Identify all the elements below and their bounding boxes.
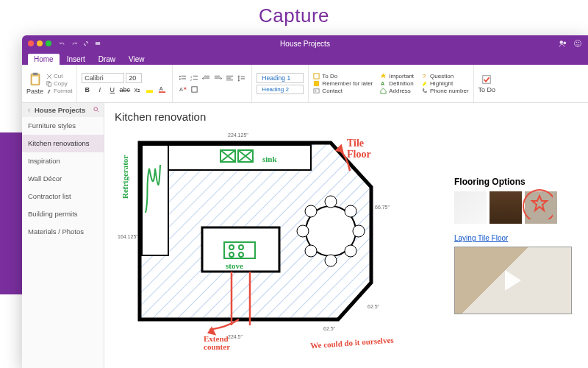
cut-button[interactable]: Cut	[46, 73, 72, 79]
window-controls[interactable]	[28, 40, 51, 46]
maximize-icon[interactable]	[46, 40, 51, 46]
tag-remember[interactable]: Remember for later	[313, 80, 373, 87]
ink-stove: stove	[226, 261, 243, 270]
paragraph-group: 12 A	[173, 65, 252, 102]
clear-formatting-button[interactable]: A	[177, 85, 188, 94]
flooring-swatches	[454, 191, 579, 224]
minimize-icon[interactable]	[37, 40, 43, 46]
numbering-button[interactable]: 12	[189, 74, 200, 83]
page-furniture-styles[interactable]: Furniture styles	[22, 117, 104, 135]
close-icon[interactable]	[28, 40, 34, 46]
scissors-icon	[46, 74, 52, 79]
note-canvas[interactable]: Kitchen renovation	[104, 103, 588, 368]
share-icon[interactable]	[559, 39, 567, 48]
underline-button[interactable]: U	[107, 85, 118, 94]
tag-highlight[interactable]: Highlight	[421, 80, 468, 87]
subscript-button[interactable]: x₂	[132, 85, 143, 94]
flag-icon	[313, 80, 320, 87]
notebook-name[interactable]: House Projects	[35, 106, 93, 114]
svg-rect-30	[241, 78, 245, 79]
svg-point-14	[179, 75, 181, 77]
swatch-wood[interactable]	[490, 191, 522, 224]
tag-question[interactable]: ?Question	[421, 73, 468, 79]
swatch-tile[interactable]	[525, 191, 557, 224]
svg-point-5	[578, 42, 580, 43]
flooring-section: Flooring Options Laying Tile Floor	[454, 177, 579, 314]
heading2-style[interactable]: Heading 2	[257, 85, 304, 94]
italic-button[interactable]: I	[94, 85, 105, 94]
outdent-button[interactable]	[201, 74, 212, 83]
paragraph-spacing-button[interactable]	[236, 74, 247, 83]
quick-access-toolbar	[59, 40, 101, 47]
page-title[interactable]: Kitchen renovation	[115, 110, 578, 123]
page-kitchen-renovations[interactable]: Kitchen renovations	[22, 135, 104, 152]
font-size-combo[interactable]: 20	[126, 73, 142, 83]
tag-important[interactable]: Important	[380, 73, 414, 79]
page-contractor-list[interactable]: Contractor list	[22, 188, 104, 205]
svg-text:A: A	[179, 86, 183, 93]
svg-text:62.5": 62.5"	[323, 326, 336, 331]
svg-rect-32	[192, 86, 197, 91]
chevron-left-icon[interactable]	[26, 107, 32, 113]
video-thumbnail[interactable]	[454, 247, 572, 314]
question-icon: ?	[421, 73, 428, 79]
svg-point-53	[345, 245, 356, 257]
font-color-button[interactable]: A	[157, 85, 168, 94]
tab-draw[interactable]: Draw	[93, 54, 121, 65]
bullets-button[interactable]	[177, 74, 188, 83]
indent-button[interactable]	[212, 74, 223, 83]
house-icon	[380, 88, 387, 94]
swatch-marble[interactable]	[454, 191, 487, 224]
svg-rect-22	[204, 75, 209, 76]
svg-point-38	[315, 91, 317, 92]
strike-button[interactable]: abc	[119, 85, 130, 94]
star-icon	[380, 73, 387, 79]
copy-button[interactable]: Copy	[46, 80, 72, 87]
svg-rect-19	[193, 75, 198, 76]
search-button[interactable]	[93, 106, 99, 114]
sidebar-header: House Projects	[22, 103, 104, 117]
styles-pane-button[interactable]	[189, 85, 200, 94]
svg-point-3	[575, 40, 581, 47]
bold-button[interactable]: B	[82, 85, 93, 94]
svg-rect-26	[226, 75, 233, 76]
tab-home[interactable]: Home	[28, 54, 60, 65]
svg-rect-39	[483, 75, 491, 83]
alignment-button[interactable]	[224, 74, 235, 83]
todo-button[interactable]: To Do	[478, 74, 496, 93]
page-materials-photos[interactable]: Materials / Photos	[22, 223, 104, 241]
svg-rect-10	[48, 82, 51, 86]
svg-point-16	[179, 78, 181, 79]
styles-group: Heading 1 Heading 2	[252, 65, 309, 102]
tag-contact[interactable]: Contact	[313, 88, 373, 94]
smiley-icon[interactable]	[573, 39, 582, 48]
tag-todo[interactable]: To Do	[313, 73, 373, 79]
print-icon[interactable]	[94, 40, 101, 47]
ink-tile-floor: Tile Floor	[347, 138, 384, 160]
redo-icon[interactable]	[71, 40, 78, 47]
tag-address[interactable]: Address	[380, 88, 414, 94]
heading1-style[interactable]: Heading 1	[257, 73, 304, 83]
todo-group: To Do	[474, 65, 501, 102]
svg-rect-28	[226, 79, 233, 80]
svg-rect-27	[226, 77, 231, 78]
page-wall-decor[interactable]: Wall Décor	[22, 170, 104, 188]
sync-icon[interactable]	[82, 40, 90, 47]
format-painter-button[interactable]: Format	[46, 88, 72, 94]
highlight-button[interactable]	[144, 85, 155, 94]
svg-rect-43	[142, 145, 168, 255]
page-inspiration[interactable]: Inspiration	[22, 152, 104, 170]
font-name-combo[interactable]: Calibri	[82, 73, 124, 83]
tag-phone[interactable]: Phone number	[421, 88, 468, 94]
tab-insert[interactable]: Insert	[61, 54, 91, 65]
tab-view[interactable]: View	[123, 54, 151, 65]
page-building-permits[interactable]: Building permits	[22, 205, 104, 223]
video-link[interactable]: Laying Tile Floor	[454, 234, 579, 242]
tag-definition[interactable]: ADefinition	[380, 80, 414, 87]
ink-extend-counter: Extend counter	[204, 335, 255, 351]
font-group: Calibri 20 B I U abc x₂ A	[77, 65, 173, 102]
undo-icon[interactable]	[59, 40, 66, 47]
paste-button[interactable]: Paste	[26, 72, 43, 95]
svg-text:164.125": 164.125"	[118, 234, 138, 239]
svg-text:A: A	[381, 80, 384, 87]
